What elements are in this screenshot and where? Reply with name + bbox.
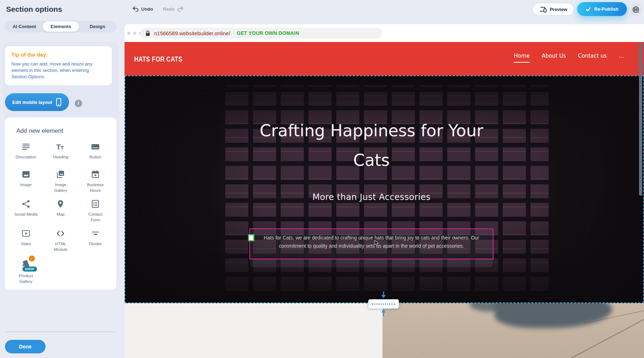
add-new-element-title: Add new element [16,127,113,135]
preview-button[interactable]: Preview [532,3,574,16]
undo-icon [132,6,139,12]
resize-arrow-up-icon [381,309,386,316]
element-image-gallery[interactable]: Image Gallery [43,169,78,193]
preview-scrollbar[interactable] [639,43,642,196]
sidebar-tab-bar: AI Content Elements Design [5,21,117,32]
tab-elements[interactable]: Elements [43,21,79,32]
page-title: Section options [6,5,62,14]
tip-body: Now you can add, move and resize any ele… [11,61,105,80]
site-logo[interactable]: HATS FOR CATS [134,55,183,63]
social-media-icon [21,199,31,209]
image-icon [21,169,31,179]
undo-label: Undo [141,6,153,12]
description-hover-glow [250,259,493,267]
globe-icon [632,6,640,14]
check-icon [586,7,591,11]
element-contact-form[interactable]: Contact Form [78,199,113,223]
redo-label: Redo [163,6,175,12]
resize-dotted-line [372,304,395,305]
shop-badge: SHOP [22,267,37,272]
site-header: HATS FOR CATS Home About Us Contact us … [125,42,644,75]
hero-vignette [125,76,643,302]
divider-icon [90,228,100,238]
lock-icon [145,30,151,36]
element-drag-handle[interactable] [248,234,254,241]
element-social-media[interactable]: Social Media [9,199,43,223]
element-grid: Description TT Heading Button Image [9,142,113,284]
contact-form-icon [90,199,100,209]
nav-about-us[interactable]: About Us [542,53,566,63]
button-icon [90,142,100,152]
image-gallery-icon [56,169,65,179]
nav-more-menu[interactable]: … [619,53,624,63]
hero-heading[interactable]: Crafting Happiness for Your Cats [240,116,503,175]
element-divider[interactable]: Divider [78,228,113,252]
add-new-element-panel: Add new element Description TT Heading B… [5,117,116,290]
tab-ai-content[interactable]: AI Content [6,21,43,32]
globe-button[interactable] [629,3,642,16]
element-button[interactable]: Button [78,142,113,164]
resize-arrow-down-icon [381,291,386,299]
editor-page: Section options AI Content Elements Desi… [0,0,644,358]
element-html-module[interactable]: HTML Module [43,228,78,252]
address-bar[interactable]: n1566589.websitebuilder.online/ GET YOUR… [140,28,382,38]
product-gallery-icon: ↑ SHOP [20,258,32,270]
description-icon [21,142,31,152]
site-url[interactable]: n1566589.websitebuilder.online/ [154,30,230,36]
hero-description[interactable]: Hats for Cats, we are dedicated to craft… [250,229,493,250]
element-heading[interactable]: TT Heading [43,142,78,164]
map-icon [56,199,65,209]
redo-button[interactable]: Redo [163,6,184,12]
get-domain-link[interactable]: GET YOUR OWN DOMAIN [237,30,299,36]
devices-icon [539,6,547,12]
tip-title: Tip of the day: [11,52,105,58]
element-video[interactable]: Video [9,228,43,252]
edit-mobile-label: Edit mobile layout [12,100,52,105]
upgrade-badge-icon: ↑ [29,256,35,262]
republish-label: Re-Publish [594,6,618,12]
info-icon[interactable]: i [75,100,82,107]
tab-design[interactable]: Design [79,21,116,32]
site-nav: Home About Us Contact us … [514,53,624,63]
mouse-cursor-icon [374,240,379,246]
redo-icon [177,6,184,12]
description-element-selected[interactable]: Hats for Cats, we are dedicated to craft… [249,228,493,259]
sidebar-divider [5,332,116,332]
html-module-icon [56,228,65,238]
browser-dot [133,32,136,35]
video-icon [21,228,31,238]
site-preview-window: n1566589.websitebuilder.online/ GET YOUR… [125,24,644,358]
element-description[interactable]: Description [9,142,43,164]
done-button[interactable]: Done [5,340,46,353]
nav-home[interactable]: Home [514,53,529,63]
hero-subheading[interactable]: More than Just Accessories [240,192,503,202]
hero-section-selected[interactable]: Crafting Happiness for Your Cats More th… [125,75,644,303]
mobile-phone-icon [56,98,62,106]
pavement-image [382,303,644,358]
section-resize-handle[interactable] [368,299,399,309]
element-image[interactable]: Image [9,169,43,193]
republish-button[interactable]: Re-Publish [577,2,627,16]
browser-chrome: n1566589.websitebuilder.online/ GET YOUR… [125,24,644,42]
svg-text:T: T [60,144,64,151]
nav-contact-us[interactable]: Contact us [578,53,607,63]
browser-traffic-dots [127,32,142,35]
business-hours-icon [90,169,100,179]
heading-icon: TT [56,142,65,152]
preview-label: Preview [550,7,567,12]
element-map[interactable]: Map [43,199,78,223]
element-product-gallery[interactable]: ↑ SHOP Product Gallery [9,258,43,284]
edit-mobile-layout-button[interactable]: Edit mobile layout [5,93,69,111]
tip-of-the-day-card: Tip of the day: Now you can add, move an… [5,46,112,85]
browser-dot [127,32,131,35]
undo-button[interactable]: Undo [132,6,153,12]
element-business-hours[interactable]: Business Hours [78,169,113,193]
